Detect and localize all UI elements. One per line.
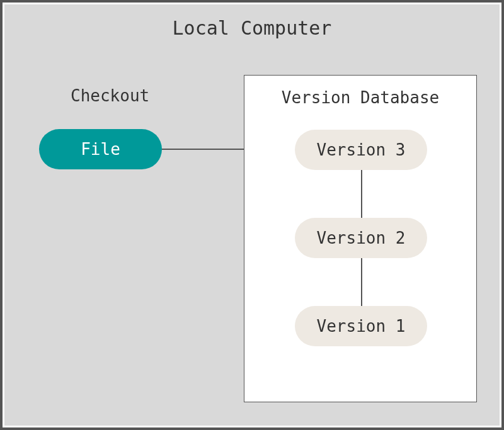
version-database-title: Version Database <box>244 88 476 107</box>
local-computer-frame: Local Computer Checkout File Version Dat… <box>0 0 504 430</box>
version-3-node: Version 3 <box>295 130 427 170</box>
version-1-label: Version 1 <box>317 317 406 336</box>
version-2-label: Version 2 <box>317 229 406 247</box>
file-node: File <box>39 129 162 169</box>
connector-v3-to-v2 <box>361 170 362 218</box>
version-2-node: Version 2 <box>295 218 427 258</box>
version-database-box: Version Database Version 3 Version 2 Ver… <box>244 75 477 402</box>
connector-v2-to-v1 <box>361 258 362 306</box>
checkout-label: Checkout <box>71 86 149 105</box>
version-3-label: Version 3 <box>317 140 406 159</box>
version-1-node: Version 1 <box>295 306 427 346</box>
local-computer-container: Local Computer Checkout File Version Dat… <box>4 4 500 426</box>
file-node-label: File <box>81 140 120 159</box>
container-title: Local Computer <box>4 17 500 39</box>
